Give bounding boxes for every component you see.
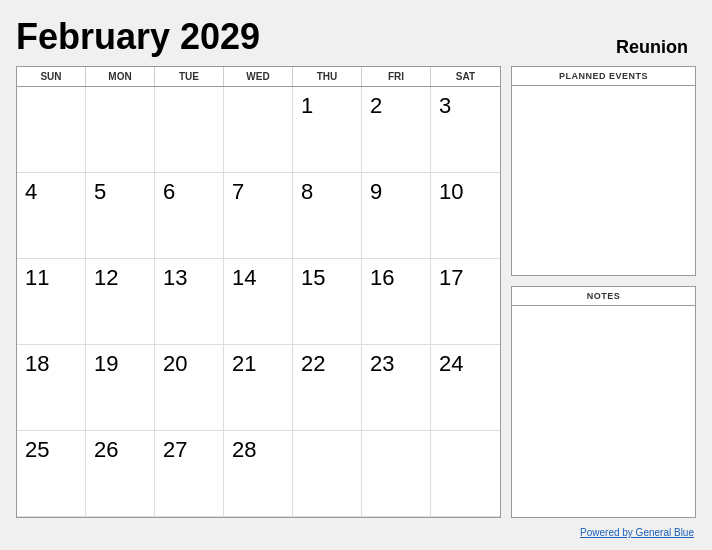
calendar-cell[interactable]: 23: [362, 345, 431, 431]
calendar-cell[interactable]: 27: [155, 431, 224, 517]
calendar-cell[interactable]: 3: [431, 87, 500, 173]
calendar-cell[interactable]: [86, 87, 155, 173]
calendar-cell[interactable]: 17: [431, 259, 500, 345]
powered-by-link[interactable]: Powered by General Blue: [580, 527, 694, 538]
calendar-cell[interactable]: [155, 87, 224, 173]
day-sun: SUN: [17, 67, 86, 86]
calendar-cell[interactable]: 14: [224, 259, 293, 345]
calendar-cell[interactable]: 1: [293, 87, 362, 173]
planned-events-content: [512, 86, 695, 275]
calendar-cell[interactable]: 24: [431, 345, 500, 431]
day-sat: SAT: [431, 67, 500, 86]
day-headers: SUN MON TUE WED THU FRI SAT: [17, 67, 500, 87]
day-wed: WED: [224, 67, 293, 86]
calendar-cell[interactable]: 5: [86, 173, 155, 259]
day-mon: MON: [86, 67, 155, 86]
calendar-cell[interactable]: 18: [17, 345, 86, 431]
calendar-cell[interactable]: [362, 431, 431, 517]
calendar-cell[interactable]: [293, 431, 362, 517]
calendar-cell[interactable]: 9: [362, 173, 431, 259]
sidebar: PLANNED EVENTS NOTES: [511, 66, 696, 518]
calendar-cell[interactable]: 21: [224, 345, 293, 431]
calendar-cell[interactable]: [224, 87, 293, 173]
calendar-cell[interactable]: 2: [362, 87, 431, 173]
calendar-cell[interactable]: 11: [17, 259, 86, 345]
content-row: SUN MON TUE WED THU FRI SAT 123456789101…: [16, 66, 696, 518]
notes-content: [512, 306, 695, 517]
calendar-cell[interactable]: 28: [224, 431, 293, 517]
footer: Powered by General Blue: [16, 522, 696, 540]
calendar-cell[interactable]: 13: [155, 259, 224, 345]
calendar-cell[interactable]: 16: [362, 259, 431, 345]
calendar-section: SUN MON TUE WED THU FRI SAT 123456789101…: [16, 66, 501, 518]
day-fri: FRI: [362, 67, 431, 86]
calendar-cell[interactable]: [17, 87, 86, 173]
notes-label: NOTES: [512, 287, 695, 306]
month-title: February 2029: [16, 16, 260, 58]
planned-events-box: PLANNED EVENTS: [511, 66, 696, 276]
calendar-page: February 2029 Reunion SUN MON TUE WED TH…: [0, 0, 712, 550]
calendar-cell[interactable]: 6: [155, 173, 224, 259]
notes-box: NOTES: [511, 286, 696, 518]
calendar-cell[interactable]: 12: [86, 259, 155, 345]
region-title: Reunion: [616, 37, 688, 58]
calendar-cell[interactable]: 7: [224, 173, 293, 259]
calendar-cell[interactable]: 20: [155, 345, 224, 431]
calendar-cell[interactable]: 15: [293, 259, 362, 345]
calendar-cell[interactable]: 10: [431, 173, 500, 259]
day-tue: TUE: [155, 67, 224, 86]
planned-events-label: PLANNED EVENTS: [512, 67, 695, 86]
calendar-cell[interactable]: 22: [293, 345, 362, 431]
page-header: February 2029 Reunion: [16, 16, 696, 58]
calendar-cell[interactable]: 8: [293, 173, 362, 259]
calendar-grid: 1234567891011121314151617181920212223242…: [17, 87, 500, 517]
calendar-cell[interactable]: [431, 431, 500, 517]
calendar-cell[interactable]: 4: [17, 173, 86, 259]
calendar-cell[interactable]: 25: [17, 431, 86, 517]
day-thu: THU: [293, 67, 362, 86]
calendar-cell[interactable]: 26: [86, 431, 155, 517]
calendar-cell[interactable]: 19: [86, 345, 155, 431]
